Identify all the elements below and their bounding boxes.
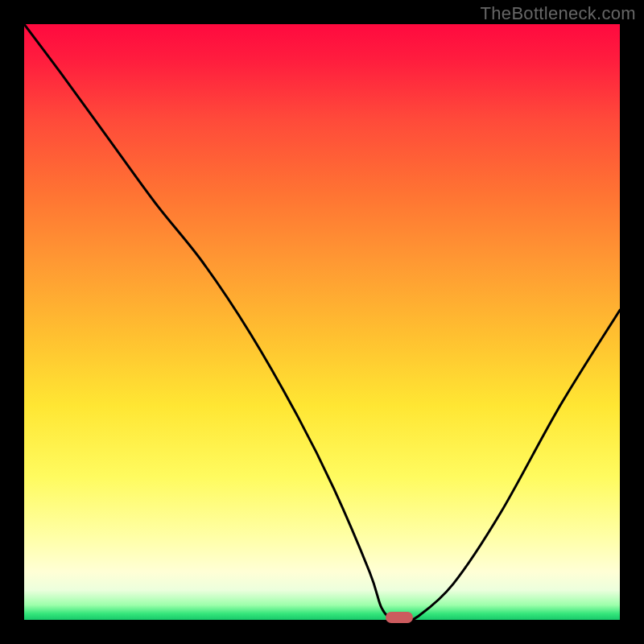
optimum-marker xyxy=(386,612,413,623)
plot-area xyxy=(24,24,620,620)
bottleneck-curve xyxy=(24,24,620,620)
watermark-text: TheBottleneck.com xyxy=(481,3,636,24)
curve-layer xyxy=(24,24,620,620)
chart-frame: TheBottleneck.com xyxy=(0,0,644,644)
